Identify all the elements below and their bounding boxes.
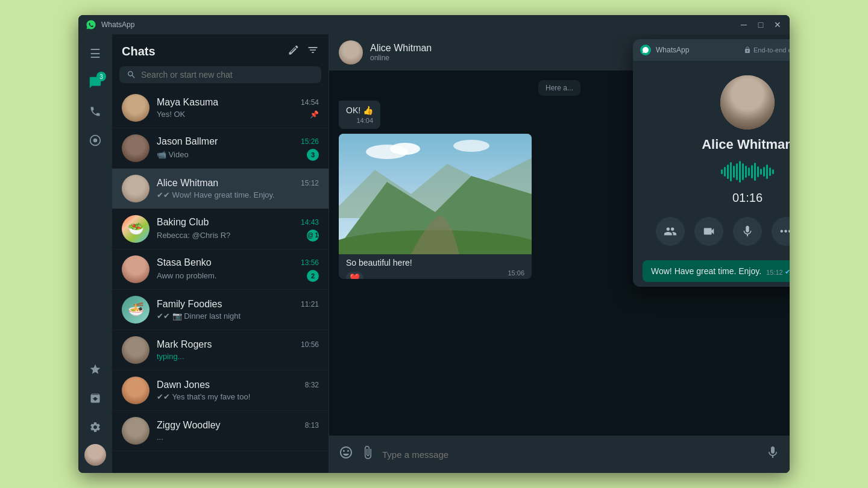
add-participants-button[interactable]	[656, 217, 685, 246]
toggle-mic-button[interactable]	[733, 217, 762, 246]
avatar	[122, 134, 149, 162]
list-item[interactable]: Jason Ballmer 15:26 📹 Video 3	[112, 128, 329, 169]
maximize-button[interactable]: □	[756, 20, 766, 30]
call-controls: •••	[656, 217, 790, 246]
minimize-button[interactable]: ─	[739, 20, 749, 30]
settings-nav-icon[interactable]	[83, 415, 107, 439]
unread-badge: 2	[307, 270, 319, 282]
chat-time: 11:21	[301, 300, 319, 308]
message-input[interactable]	[382, 449, 758, 460]
chat-name: Alice Whitman	[157, 178, 218, 189]
chat-name: Jason Ballmer	[157, 136, 218, 147]
chat-info: Family Foodies 11:21 ✔✔ 📷 Dinner last ni…	[157, 299, 319, 321]
call-contact-name: Alice Whitman	[702, 137, 790, 152]
mountain-image	[339, 134, 532, 254]
chat-time: 13:56	[301, 258, 319, 267]
app-logo	[86, 19, 96, 30]
sidebar-title: Chats	[122, 45, 156, 58]
chat-info: Jason Ballmer 15:26 📹 Video 3	[157, 136, 319, 161]
calls-nav-icon[interactable]	[83, 99, 107, 124]
chat-name: Family Foodies	[157, 299, 222, 310]
sidebar-header: Chats	[112, 34, 329, 64]
call-app-logo	[640, 45, 651, 55]
more-options-button[interactable]: •••	[772, 217, 790, 246]
message-reaction: ❤️	[346, 272, 363, 279]
chat-time: 14:43	[301, 218, 319, 227]
chat-preview: Aww no problem.	[157, 271, 307, 280]
filter-button[interactable]	[307, 44, 319, 59]
chat-time: 15:26	[301, 137, 319, 146]
chat-preview: ✔✔ Wow! Have great time. Enjoy.	[157, 190, 319, 199]
list-item[interactable]: Dawn Jones 8:32 ✔✔ Yes that's my fave to…	[112, 371, 329, 411]
avatar	[122, 417, 149, 445]
starred-nav-icon[interactable]	[83, 357, 107, 381]
new-chat-button[interactable]	[288, 44, 300, 59]
attach-button[interactable]	[360, 445, 375, 463]
chat-info: Stasa Benko 13:56 Aww no problem. 2	[157, 257, 319, 282]
chat-preview: Rebecca: @Chris R?	[157, 231, 307, 240]
chat-info: Alice Whitman 15:12 ✔✔ Wow! Have great t…	[157, 178, 319, 199]
chat-time: 8:32	[305, 381, 319, 389]
chat-name: Dawn Jones	[157, 380, 210, 390]
close-button[interactable]: ✕	[773, 20, 782, 30]
message-bubble-received: OK! 👍 14:04	[339, 101, 380, 129]
caption-text: So beautiful here!	[346, 258, 524, 267]
app-title: WhatsApp	[101, 20, 739, 29]
call-contact-avatar	[720, 75, 775, 130]
image-caption: So beautiful here! 15:06	[339, 254, 532, 279]
svg-point-7	[390, 143, 420, 155]
title-bar: WhatsApp ─ □ ✕	[78, 15, 790, 34]
chat-preview: ...	[157, 433, 319, 442]
message-time: 14:04	[356, 117, 373, 124]
chats-nav-icon[interactable]: 3	[83, 70, 107, 95]
list-item[interactable]: 🥗 Baking Club 14:43 Rebecca: @Chris R? @…	[112, 209, 329, 249]
voice-message-button[interactable]	[766, 445, 780, 463]
encryption-badge: End-to-end endcrypted	[744, 46, 790, 54]
svg-point-1	[93, 139, 98, 143]
chat-preview: 📹 Video	[157, 150, 307, 159]
archived-nav-icon[interactable]	[83, 386, 107, 410]
sidebar: Chats	[112, 34, 329, 473]
chat-list: Maya Kasuma 14:54 Yes! OK 📌 Jas	[112, 88, 329, 473]
call-titlebar: WhatsApp End-to-end endcrypted ─ □ ✕	[633, 39, 790, 61]
avatar: 🥗	[122, 215, 149, 243]
call-message-text: Wow! Have great time. Enjoy.	[651, 266, 761, 276]
chat-name: Maya Kasuma	[157, 97, 218, 108]
avatar	[122, 336, 149, 364]
list-item[interactable]: Ziggy Woodley 8:13 ...	[112, 411, 329, 451]
left-nav: ☰ 3	[78, 34, 112, 473]
message-image	[339, 134, 532, 254]
emoji-button[interactable]	[339, 445, 353, 463]
chat-header-avatar[interactable]	[339, 40, 363, 64]
status-nav-icon[interactable]	[83, 128, 107, 152]
menu-icon[interactable]: ☰	[83, 42, 107, 66]
user-avatar[interactable]	[84, 444, 106, 466]
list-item[interactable]: Alice Whitman 15:12 ✔✔ Wow! Have great t…	[112, 169, 329, 209]
message-input-bar	[329, 436, 790, 473]
chat-name: Mark Rogers	[157, 339, 212, 350]
pin-icon: 📌	[310, 110, 319, 119]
sidebar-actions	[288, 44, 319, 59]
list-item[interactable]: Maya Kasuma 14:54 Yes! OK 📌	[112, 88, 329, 128]
chat-info: Dawn Jones 8:32 ✔✔ Yes that's my fave to…	[157, 380, 319, 401]
chat-name: Stasa Benko	[157, 257, 212, 268]
search-input[interactable]	[141, 70, 314, 80]
toggle-video-button[interactable]	[694, 217, 723, 246]
encryption-text: End-to-end endcrypted	[753, 46, 790, 54]
call-chat-message: Wow! Have great time. Enjoy. 15:12 ✔✔	[643, 260, 790, 282]
chat-name: Baking Club	[157, 217, 209, 228]
chat-time: 14:54	[301, 98, 319, 107]
call-message-ticks: ✔✔	[785, 268, 790, 276]
chat-preview: typing...	[157, 352, 319, 361]
search-bar	[119, 66, 321, 83]
call-app-title: WhatsApp	[656, 46, 739, 54]
avatar	[122, 94, 149, 122]
list-item[interactable]: Mark Rogers 10:56 typing...	[112, 330, 329, 371]
chat-info: Baking Club 14:43 Rebecca: @Chris R? @ 1	[157, 217, 319, 242]
call-body: Alice Whitman	[633, 61, 790, 255]
list-item[interactable]: Stasa Benko 13:56 Aww no problem. 2	[112, 249, 329, 290]
chat-badge: 3	[96, 72, 106, 81]
list-item[interactable]: 🍜 Family Foodies 11:21 ✔✔ 📷 Dinner last …	[112, 290, 329, 330]
chat-time: 8:13	[305, 421, 319, 430]
message-time: 15:06	[508, 269, 524, 277]
